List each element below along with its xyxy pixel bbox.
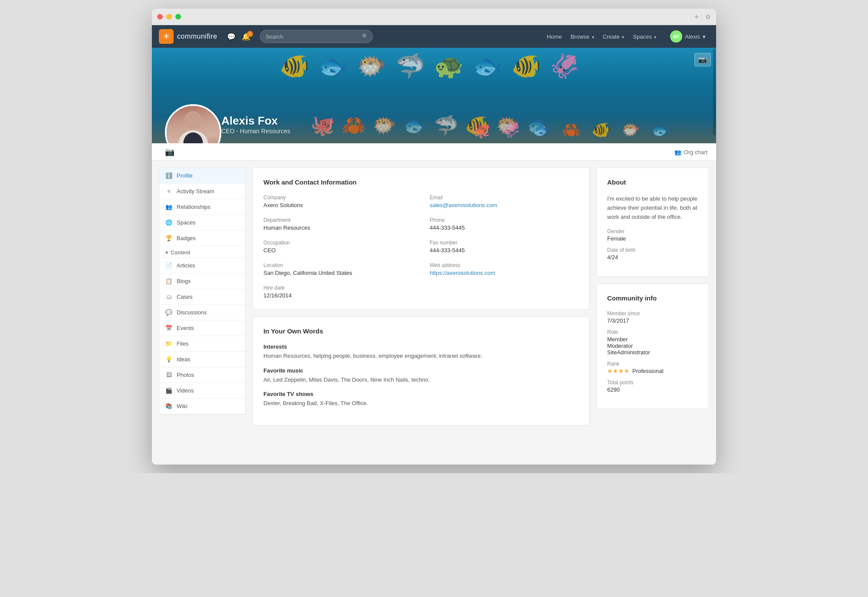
notifications-button[interactable]: 🔔 2: [239, 31, 253, 43]
sidebar-discussions-label: Discussions: [177, 309, 207, 316]
sidebar-item-ideas[interactable]: 💡 Ideas: [159, 352, 245, 367]
mac-window: + ⚙ ✳ communifire 💬 🔔 2: [152, 9, 716, 465]
sidebar-files-label: Files: [177, 340, 188, 347]
spaces-icon: 🌐: [165, 219, 172, 226]
location-label: Location: [263, 262, 412, 268]
sidebar-item-videos[interactable]: 🎬 Videos: [159, 383, 245, 399]
nav-browse[interactable]: Browse ▾: [567, 32, 598, 42]
profile-avatar: [165, 104, 221, 143]
maximize-button[interactable]: [175, 14, 181, 20]
sidebar-spaces-label: Spaces: [177, 219, 195, 226]
sidebar-item-spaces[interactable]: 🌐 Spaces: [159, 215, 245, 231]
close-button[interactable]: [157, 14, 163, 20]
ideas-icon: 💡: [165, 356, 172, 363]
sidebar-item-badges[interactable]: 🏆 Badges: [159, 231, 245, 246]
sidebar-activity-label: Activity Stream: [177, 188, 214, 195]
email-value[interactable]: sales@axerosolutions.com: [430, 202, 579, 208]
gender-field: Gender Female: [607, 228, 698, 242]
user-arrow-icon: ▾: [703, 33, 706, 40]
sidebar-articles-label: Articles: [177, 262, 195, 269]
minimize-button[interactable]: [166, 14, 172, 20]
sidebar-item-files[interactable]: 📁 Files: [159, 336, 245, 352]
sidebar-ideas-label: Ideas: [177, 356, 191, 363]
right-panel: About I'm excited to be able to help peo…: [596, 168, 709, 458]
create-arrow-icon: ▾: [622, 35, 624, 40]
sidebar-events-label: Events: [177, 325, 194, 331]
total-points-value: 6290: [607, 386, 698, 393]
community-info-title: Community info: [607, 294, 698, 302]
add-tab-button[interactable]: +: [694, 12, 699, 21]
content-section-arrow: ▾: [165, 250, 168, 256]
logo[interactable]: ✳ communifire: [159, 29, 217, 44]
sidebar-item-relationships[interactable]: 👥 Relationships: [159, 199, 245, 215]
email-field: Email sales@axerosolutions.com: [430, 195, 579, 208]
videos-icon: 🎬: [165, 387, 172, 394]
nav-home[interactable]: Home: [543, 32, 566, 42]
settings-gear-icon[interactable]: ⚙: [705, 13, 711, 20]
tv-shows-value: Dexter, Breaking Bad, X-Files, The Offic…: [263, 399, 579, 408]
sidebar-item-activity-stream[interactable]: ≡ Activity Stream: [159, 184, 245, 199]
badges-icon: 🏆: [165, 235, 172, 241]
sidebar-item-events[interactable]: 📅 Events: [159, 320, 245, 336]
cases-icon: 🗂: [165, 294, 172, 300]
profile-icon: ℹ️: [165, 172, 172, 179]
nav-links: Home Browse ▾ Create ▾ Spaces ▾: [543, 32, 660, 42]
nav-create[interactable]: Create ▾: [599, 32, 628, 42]
department-field: Department Human Resources: [263, 217, 412, 231]
member-since-field: Member since 7/3/2017: [607, 310, 698, 324]
sidebar-item-discussions[interactable]: 💬 Discussions: [159, 305, 245, 320]
avatar-upload-button[interactable]: 📷: [165, 147, 174, 157]
role-label: Role: [607, 329, 698, 335]
music-label: Favorite music: [263, 367, 579, 374]
sidebar-relationships-label: Relationships: [177, 204, 210, 210]
sidebar-blogs-label: Blogs: [177, 278, 191, 284]
interests-label: Interests: [263, 343, 579, 350]
gender-value: Female: [607, 235, 698, 242]
rank-name: Professional: [632, 368, 664, 374]
location-value: San Diego, California United States: [263, 270, 412, 276]
web-address-label: Web address: [430, 262, 579, 268]
total-points-label: Total points: [607, 379, 698, 386]
org-chart-icon: 👥: [674, 149, 681, 155]
occupation-value: CEO: [263, 247, 412, 254]
spaces-arrow-icon: ▾: [654, 35, 656, 40]
occupation-label: Occupation: [263, 240, 412, 246]
hire-date-value: 12/16/2014: [263, 292, 412, 299]
nav-spaces[interactable]: Spaces ▾: [629, 32, 660, 42]
sidebar-item-articles[interactable]: 📄 Articles: [159, 258, 245, 274]
articles-icon: 📄: [165, 262, 172, 269]
main-layout: ℹ️ Profile ≡ Activity Stream 👥 Relations…: [152, 161, 716, 465]
wiki-icon: 📚: [165, 403, 172, 409]
sidebar-item-wiki[interactable]: 📚 Wiki: [159, 399, 245, 414]
own-words-title: In Your Own Words: [263, 327, 579, 335]
sidebar-item-cases[interactable]: 🗂 Cases: [159, 289, 245, 305]
search-input[interactable]: [260, 30, 373, 43]
phone-value: 444-333-5445: [430, 224, 579, 231]
about-card: About I'm excited to be able to help peo…: [596, 168, 709, 277]
about-bio: I'm excited to be able to help people ac…: [607, 195, 698, 221]
user-name: Alexis: [685, 33, 700, 40]
role-moderator: Moderator: [607, 343, 698, 349]
sidebar-item-profile[interactable]: ℹ️ Profile: [159, 168, 245, 184]
org-chart-label: Org chart: [684, 149, 707, 155]
tv-shows-label: Favorite TV shows: [263, 391, 579, 397]
sidebar-item-photos[interactable]: 🖼 Photos: [159, 367, 245, 383]
interests-section: Interests Human Resources, helping peopl…: [263, 343, 579, 360]
community-info-card: Community info Member since 7/3/2017 Rol…: [596, 284, 709, 409]
hire-date-label: Hire date: [263, 285, 412, 291]
org-chart-link[interactable]: 👥 Org chart: [674, 149, 707, 155]
occupation-field: Occupation CEO: [263, 240, 412, 254]
sidebar-cases-label: Cases: [177, 294, 193, 300]
web-address-value[interactable]: https://axerosolutions.com: [430, 270, 579, 276]
content-section-header[interactable]: ▾ Content: [159, 246, 245, 258]
content-section-label: Content: [171, 250, 190, 256]
sidebar-item-blogs[interactable]: 📋 Blogs: [159, 274, 245, 289]
profile-photo-area: [165, 104, 221, 143]
own-words-card: In Your Own Words Interests Human Resour…: [253, 317, 589, 425]
work-contact-grid: Company Axero Solutions Email sales@axer…: [263, 195, 579, 299]
chat-button[interactable]: 💬: [224, 31, 238, 43]
cover-photo-upload-button[interactable]: 📷: [694, 53, 711, 66]
phone-label: Phone: [430, 217, 579, 223]
hire-date-field: Hire date 12/16/2014: [263, 285, 412, 299]
user-menu[interactable]: AF Alexis ▾: [667, 29, 709, 44]
